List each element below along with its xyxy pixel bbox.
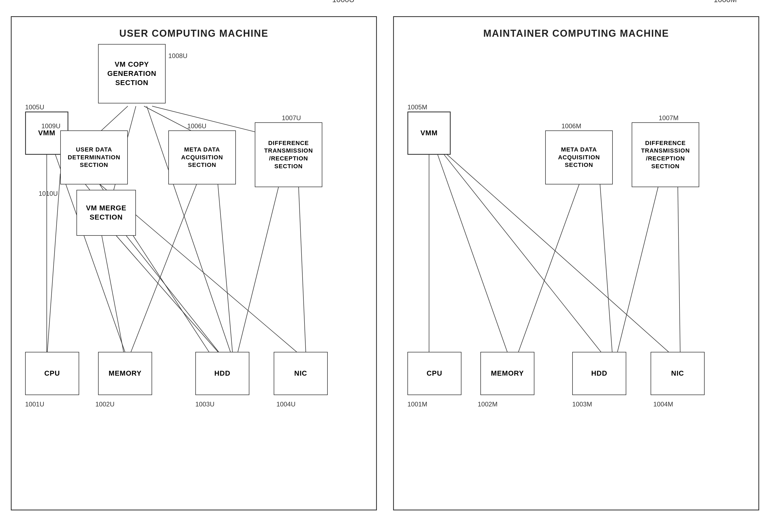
maintainer-metadata-box: META DATA ACQUISITION SECTION — [545, 130, 613, 184]
maintainer-cpu-box: CPU — [408, 352, 462, 395]
maintainer-vmm-label: VMM — [421, 129, 438, 138]
svg-line-9 — [298, 174, 306, 360]
maintainer-difftrans-id: 1007M — [659, 114, 678, 122]
user-cpu-box: CPU — [25, 352, 79, 395]
user-memory-label: MEMORY — [109, 369, 142, 378]
svg-line-11 — [112, 230, 225, 360]
svg-line-24 — [616, 174, 661, 360]
user-metadata-label: META DATA ACQUISITION SECTION — [181, 146, 223, 169]
user-vmmerge-label: VM MERGE SECTION — [86, 204, 126, 222]
maintainer-hdd-id: 1003M — [572, 400, 592, 408]
user-vmmerge-box: VM MERGE SECTION — [76, 190, 136, 236]
svg-line-23 — [678, 174, 680, 360]
user-machine-title: USER COMPUTING MACHINE — [22, 28, 365, 39]
maintainer-machine-title: MAINTAINER COMPUTING MACHINE — [405, 28, 748, 39]
svg-line-6 — [47, 174, 60, 360]
user-cpu-id: 1001U — [25, 400, 44, 408]
user-difftrans-label: DIFFERENCE TRANSMISSION /RECEPTION SECTI… — [264, 139, 313, 170]
user-hdd-box: HDD — [195, 352, 249, 395]
maintainer-difftrans-label: DIFFERENCE TRANSMISSION /RECEPTION SECTI… — [641, 139, 690, 170]
svg-line-22 — [516, 174, 583, 360]
user-memory-id: 1002U — [95, 400, 115, 408]
svg-line-10 — [236, 174, 282, 360]
user-nic-label: NIC — [294, 369, 307, 378]
maintainer-vmm-id: 1005M — [408, 103, 427, 111]
user-metadata-box: META DATA ACQUISITION SECTION — [168, 130, 236, 184]
maintainer-metadata-label: META DATA ACQUISITION SECTION — [558, 146, 600, 169]
maintainer-memory-box: MEMORY — [480, 352, 535, 395]
maintainer-nic-id: 1004M — [653, 400, 673, 408]
maintainer-cpu-label: CPU — [427, 369, 442, 378]
maintainer-difftrans-box: DIFFERENCE TRANSMISSION /RECEPTION SECTI… — [632, 122, 699, 187]
user-machine-id: 1000U — [332, 0, 354, 4]
maintainer-machine-box: 1000M MAINTAINER COMPUTING MACHINE VMM 1… — [393, 16, 759, 510]
user-hdd-label: HDD — [214, 369, 230, 378]
maintainer-nic-label: NIC — [671, 369, 684, 378]
svg-line-7 — [217, 174, 233, 360]
user-vmcopy-label: VM COPY GENERATION SECTION — [107, 60, 156, 87]
maintainer-hdd-box: HDD — [572, 352, 626, 395]
svg-line-8 — [128, 174, 201, 360]
user-metadata-id: 1006U — [187, 122, 206, 130]
maintainer-memory-label: MEMORY — [491, 369, 524, 378]
user-cpu-label: CPU — [44, 369, 60, 378]
svg-line-18 — [436, 149, 510, 360]
svg-line-21 — [599, 174, 613, 360]
diagram-container: 1000U USER COMPUTING MACHINE — [11, 16, 759, 510]
user-userdata-label: USER DATA DETERMINATION SECTION — [68, 146, 120, 169]
maintainer-memory-id: 1002M — [478, 400, 498, 408]
user-difftrans-box: DIFFERENCE TRANSMISSION /RECEPTION SECTI… — [255, 122, 322, 187]
user-userdata-id: 1009U — [41, 122, 60, 130]
user-difftrans-id: 1007U — [282, 114, 301, 122]
user-vmm-label: VMM — [38, 129, 55, 138]
maintainer-nic-box: NIC — [651, 352, 705, 395]
maintainer-connections-svg — [394, 17, 758, 510]
user-vmm-id: 1005U — [25, 103, 44, 111]
user-vmcopy-id: 1008U — [168, 52, 187, 60]
user-nic-id: 1004U — [276, 400, 295, 408]
maintainer-machine-id: 1000M — [714, 0, 737, 4]
user-vmmerge-id: 1010U — [39, 190, 58, 197]
user-userdata-box: USER DATA DETERMINATION SECTION — [60, 130, 128, 184]
user-machine-box: 1000U USER COMPUTING MACHINE — [11, 16, 377, 510]
svg-line-12 — [101, 230, 125, 360]
user-vmcopy-box: VM COPY GENERATION SECTION — [98, 44, 166, 103]
user-nic-box: NIC — [274, 352, 328, 395]
user-hdd-id: 1003U — [195, 400, 214, 408]
maintainer-cpu-id: 1001M — [408, 400, 427, 408]
maintainer-vmm-box: VMM — [408, 112, 451, 155]
user-memory-box: MEMORY — [98, 352, 152, 395]
maintainer-hdd-label: HDD — [591, 369, 607, 378]
user-connections-svg — [12, 17, 376, 510]
maintainer-metadata-id: 1006M — [562, 122, 581, 130]
